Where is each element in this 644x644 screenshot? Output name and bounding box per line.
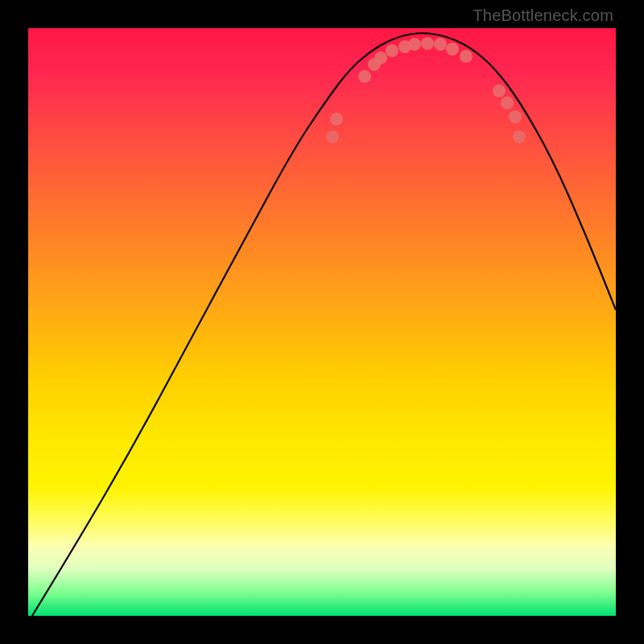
data-marker <box>408 38 421 51</box>
data-marker <box>434 38 447 51</box>
data-marker <box>358 70 371 83</box>
bottleneck-curve <box>32 33 616 616</box>
data-marker <box>493 85 506 97</box>
chart-svg <box>28 28 616 616</box>
data-marker <box>460 50 473 63</box>
data-marker <box>374 52 387 64</box>
data-marker <box>509 110 522 123</box>
plot-area <box>28 28 616 616</box>
watermark-text: TheBottleneck.com <box>473 6 613 25</box>
data-marker <box>330 113 343 126</box>
data-marker <box>326 130 339 143</box>
data-marker <box>513 130 526 143</box>
marker-group <box>326 37 526 143</box>
data-marker <box>421 37 434 50</box>
data-marker <box>386 44 398 57</box>
chart-frame: TheBottleneck.com <box>0 0 644 644</box>
data-marker <box>501 97 514 109</box>
data-marker <box>446 43 459 56</box>
